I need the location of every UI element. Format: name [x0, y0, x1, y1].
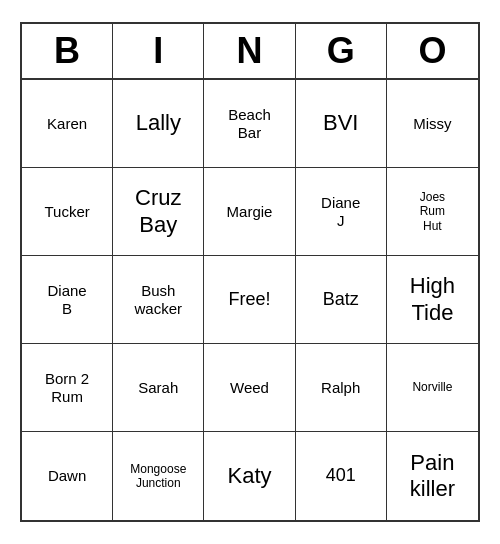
bingo-cell-4: Missy [387, 80, 478, 168]
bingo-cell-20: Dawn [22, 432, 113, 520]
bingo-cell-11: Bushwacker [113, 256, 204, 344]
cell-text-8: DianeJ [321, 194, 360, 230]
bingo-grid: KarenLallyBeachBarBVIMissyTuckerCruzBayM… [22, 80, 478, 520]
bingo-cell-24: Painkiller [387, 432, 478, 520]
cell-text-19: Norville [412, 380, 452, 394]
bingo-cell-7: Margie [204, 168, 295, 256]
cell-text-24: Painkiller [410, 450, 455, 503]
bingo-cell-14: HighTide [387, 256, 478, 344]
bingo-cell-9: JoesRumHut [387, 168, 478, 256]
cell-text-15: Born 2Rum [45, 370, 89, 406]
cell-text-2: BeachBar [228, 106, 271, 142]
bingo-cell-21: MongooseJunction [113, 432, 204, 520]
bingo-cell-13: Batz [296, 256, 387, 344]
cell-text-22: Katy [227, 463, 271, 489]
header-letter-I: I [113, 24, 204, 78]
header-letter-O: O [387, 24, 478, 78]
bingo-cell-3: BVI [296, 80, 387, 168]
cell-text-11: Bushwacker [135, 282, 183, 318]
bingo-cell-12: Free! [204, 256, 295, 344]
cell-text-6: CruzBay [135, 185, 181, 238]
bingo-cell-18: Ralph [296, 344, 387, 432]
cell-text-18: Ralph [321, 379, 360, 397]
bingo-cell-23: 401 [296, 432, 387, 520]
bingo-cell-2: BeachBar [204, 80, 295, 168]
cell-text-1: Lally [136, 110, 181, 136]
bingo-cell-5: Tucker [22, 168, 113, 256]
bingo-cell-0: Karen [22, 80, 113, 168]
bingo-cell-17: Weed [204, 344, 295, 432]
bingo-cell-6: CruzBay [113, 168, 204, 256]
cell-text-13: Batz [323, 289, 359, 311]
bingo-cell-15: Born 2Rum [22, 344, 113, 432]
bingo-cell-19: Norville [387, 344, 478, 432]
cell-text-23: 401 [326, 465, 356, 487]
bingo-cell-22: Katy [204, 432, 295, 520]
bingo-cell-1: Lally [113, 80, 204, 168]
header-letter-B: B [22, 24, 113, 78]
cell-text-3: BVI [323, 110, 358, 136]
bingo-card: BINGO KarenLallyBeachBarBVIMissyTuckerCr… [20, 22, 480, 522]
cell-text-12: Free! [228, 289, 270, 311]
bingo-cell-10: DianeB [22, 256, 113, 344]
cell-text-17: Weed [230, 379, 269, 397]
cell-text-9: JoesRumHut [420, 190, 445, 233]
cell-text-0: Karen [47, 115, 87, 133]
header-letter-N: N [204, 24, 295, 78]
cell-text-5: Tucker [44, 203, 89, 221]
cell-text-10: DianeB [47, 282, 86, 318]
bingo-cell-16: Sarah [113, 344, 204, 432]
bingo-header: BINGO [22, 24, 478, 80]
bingo-cell-8: DianeJ [296, 168, 387, 256]
cell-text-7: Margie [227, 203, 273, 221]
header-letter-G: G [296, 24, 387, 78]
cell-text-21: MongooseJunction [130, 462, 186, 491]
cell-text-14: HighTide [410, 273, 455, 326]
cell-text-16: Sarah [138, 379, 178, 397]
cell-text-20: Dawn [48, 467, 86, 485]
cell-text-4: Missy [413, 115, 451, 133]
